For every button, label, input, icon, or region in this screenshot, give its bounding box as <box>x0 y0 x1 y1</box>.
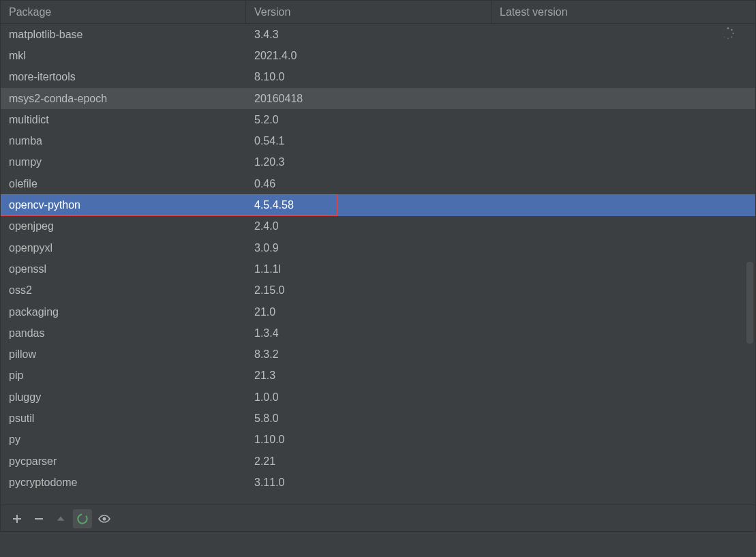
table-row[interactable]: pillow8.3.2 <box>1 344 755 365</box>
cell-package: multidict <box>1 114 246 126</box>
cell-version: 2.21 <box>246 455 492 468</box>
cell-version: 1.1.1l <box>246 263 492 275</box>
cell-version: 2021.4.0 <box>246 50 492 62</box>
table-row[interactable]: pycparser2.21 <box>1 451 755 472</box>
header-version-label: Version <box>254 6 290 18</box>
header-package-label: Package <box>9 6 51 18</box>
packages-panel: Package Version Latest version matplotli… <box>0 0 756 532</box>
cell-package: pycryptodome <box>1 477 246 489</box>
cell-package: packaging <box>1 306 246 318</box>
header-latest[interactable]: Latest version <box>492 1 755 24</box>
cell-version: 1.3.4 <box>246 327 492 340</box>
table-row[interactable]: more-itertools8.10.0 <box>1 67 755 88</box>
table-row[interactable]: openpyxl3.0.9 <box>1 237 755 258</box>
cell-package: numpy <box>1 156 246 168</box>
header-latest-label: Latest version <box>500 6 568 18</box>
cell-version: 3.0.9 <box>246 242 492 254</box>
cell-package: oss2 <box>1 284 246 297</box>
cell-version: 0.54.1 <box>246 135 492 147</box>
cell-version: 8.3.2 <box>246 348 492 361</box>
cell-version: 5.8.0 <box>246 412 492 425</box>
cell-package: olefile <box>1 178 246 190</box>
table-row[interactable]: msys2-conda-epoch20160418 <box>1 88 755 109</box>
table-row[interactable]: opencv-python4.5.4.58 <box>1 194 755 215</box>
refresh-button[interactable] <box>73 509 92 528</box>
cell-package: psutil <box>1 412 246 425</box>
cell-package: openssl <box>1 263 246 275</box>
cell-package: pycparser <box>1 455 246 468</box>
table-row[interactable]: psutil5.8.0 <box>1 408 755 429</box>
table-body[interactable]: matplotlib-base3.4.3mkl2021.4.0more-iter… <box>1 24 755 505</box>
table-row[interactable]: oss22.15.0 <box>1 280 755 301</box>
cell-version: 4.5.4.58 <box>246 199 492 211</box>
table-row[interactable]: packaging21.0 <box>1 301 755 322</box>
svg-point-9 <box>76 512 89 525</box>
svg-rect-8 <box>35 518 43 520</box>
toolbar <box>1 505 755 532</box>
table-row[interactable]: pycryptodome3.11.0 <box>1 472 755 493</box>
cell-package: numba <box>1 135 246 147</box>
table-row[interactable]: pluggy1.0.0 <box>1 387 755 408</box>
cell-version: 8.10.0 <box>246 71 492 83</box>
cell-package: pillow <box>1 348 246 361</box>
cell-version: 1.0.0 <box>246 391 492 404</box>
table-row[interactable]: matplotlib-base3.4.3 <box>1 24 755 45</box>
cell-version: 2.4.0 <box>246 220 492 232</box>
table-header: Package Version Latest version <box>1 1 755 24</box>
cell-version: 20160418 <box>246 93 492 105</box>
cell-version: 21.3 <box>246 370 492 382</box>
cell-package: pip <box>1 370 246 382</box>
cell-version: 2.15.0 <box>246 284 492 297</box>
table-row[interactable]: olefile0.46 <box>1 173 755 194</box>
bottom-strip <box>0 532 756 556</box>
remove-button[interactable] <box>29 509 48 528</box>
svg-point-10 <box>103 517 106 520</box>
table-row[interactable]: numba0.54.1 <box>1 130 755 151</box>
table-row[interactable]: numpy1.20.3 <box>1 152 755 173</box>
table-row[interactable]: py1.10.0 <box>1 430 755 451</box>
table-row[interactable]: mkl2021.4.0 <box>1 45 755 66</box>
cell-version: 3.4.3 <box>246 29 492 41</box>
table-row[interactable]: pandas1.3.4 <box>1 322 755 344</box>
view-button[interactable] <box>95 509 114 528</box>
table-row[interactable]: openssl1.1.1l <box>1 258 755 280</box>
cell-version: 1.20.3 <box>246 156 492 168</box>
cell-version: 3.11.0 <box>246 477 492 489</box>
cell-package: py <box>1 434 246 446</box>
table-row[interactable]: openjpeg2.4.0 <box>1 216 755 237</box>
header-version[interactable]: Version <box>246 1 492 24</box>
cell-package: pandas <box>1 327 246 340</box>
table-row[interactable]: pip21.3 <box>1 365 755 387</box>
scrollbar-thumb[interactable] <box>746 262 753 344</box>
cell-package: openpyxl <box>1 242 246 254</box>
cell-version: 0.46 <box>246 178 492 190</box>
cell-package: openjpeg <box>1 220 246 232</box>
table-row[interactable]: multidict5.2.0 <box>1 109 755 130</box>
cell-version: 21.0 <box>246 306 492 318</box>
header-package[interactable]: Package <box>1 1 246 24</box>
cell-package: mkl <box>1 50 246 62</box>
cell-package: matplotlib-base <box>1 29 246 41</box>
add-button[interactable] <box>7 509 27 528</box>
cell-version: 1.10.0 <box>246 434 492 446</box>
cell-version: 5.2.0 <box>246 114 492 126</box>
cell-package: pluggy <box>1 391 246 404</box>
cell-package: opencv-python <box>1 199 246 211</box>
upgrade-button[interactable] <box>51 509 70 528</box>
cell-package: msys2-conda-epoch <box>1 93 246 105</box>
cell-package: more-itertools <box>1 71 246 83</box>
